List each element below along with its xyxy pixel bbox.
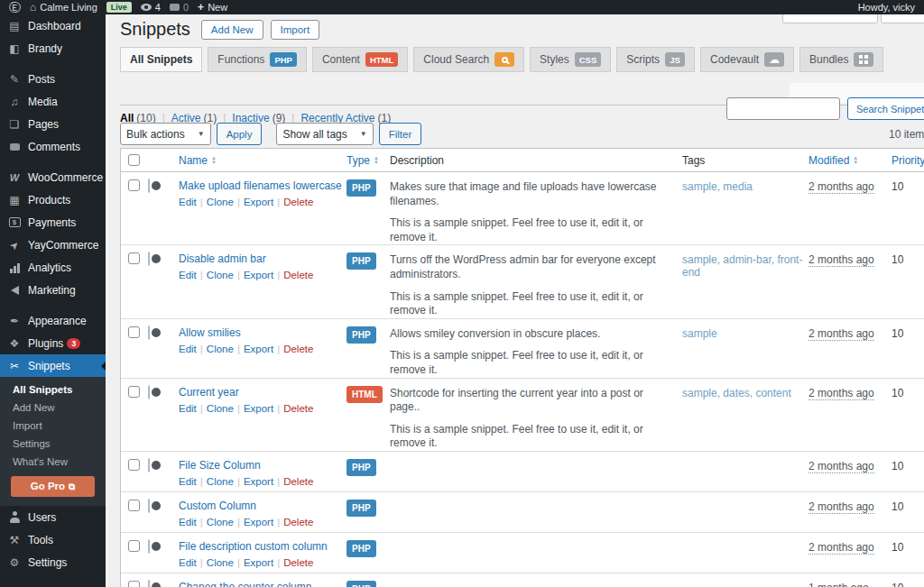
comments-menu[interactable]: 0 <box>170 2 189 13</box>
sidebar-subitem-all-snippets[interactable]: All Snippets <box>0 381 106 399</box>
snippet-tags[interactable]: sample, admin-bar, front-end <box>682 253 802 279</box>
snippet-name-link[interactable]: Make upload filenames lowercase <box>179 179 342 192</box>
snippet-name-link[interactable]: Chaneg the counter column <box>179 581 311 587</box>
tab-functions[interactable]: FunctionsPHP <box>208 47 307 72</box>
snippet-name-link[interactable]: File Size Column <box>179 459 261 472</box>
sidebar-item-posts[interactable]: ✎Posts <box>0 68 106 90</box>
row-action-clone[interactable]: Clone <box>207 517 234 527</box>
row-action-delete[interactable]: Delete <box>283 476 313 487</box>
row-action-edit[interactable]: Edit <box>179 270 197 280</box>
sidebar-item-comments[interactable]: Comments <box>0 135 106 158</box>
sidebar-item-members[interactable]: Members <box>0 582 106 587</box>
sidebar-item-yaycommerce[interactable]: ➤YayCommerce <box>0 234 106 256</box>
sidebar-item-marketing[interactable]: Marketing <box>0 279 106 301</box>
activation-toggle[interactable] <box>148 458 150 472</box>
row-action-export[interactable]: Export <box>244 344 273 354</box>
tab-bundles[interactable]: Bundles <box>799 47 883 72</box>
snippet-name-link[interactable]: Custom Column <box>179 500 256 512</box>
row-action-export[interactable]: Export <box>244 557 273 568</box>
snippet-tags[interactable]: sample <box>682 327 717 340</box>
activation-toggle[interactable] <box>148 580 150 587</box>
row-action-export[interactable]: Export <box>244 270 273 280</box>
updates-menu[interactable]: 4 <box>141 2 161 13</box>
row-checkbox[interactable] <box>128 326 140 338</box>
search-snippets-button[interactable]: Search Snippets <box>847 97 924 120</box>
row-checkbox[interactable] <box>128 179 140 191</box>
sidebar-item-tools[interactable]: ⚒Tools <box>0 528 106 551</box>
snippet-name-link[interactable]: Disable admin bar <box>179 252 266 265</box>
bulk-actions-select[interactable]: Bulk actions ▼ <box>120 123 211 145</box>
apply-button[interactable]: Apply <box>217 123 263 145</box>
sidebar-item-settings[interactable]: ⚙Settings <box>0 551 106 573</box>
sidebar-item-media[interactable]: ♫Media <box>0 90 106 113</box>
add-new-button[interactable]: Add New <box>201 20 263 40</box>
row-action-export[interactable]: Export <box>244 197 273 207</box>
row-action-delete[interactable]: Delete <box>283 270 313 280</box>
activation-toggle[interactable] <box>148 539 150 554</box>
row-checkbox[interactable] <box>128 500 140 511</box>
sidebar-item-analytics[interactable]: Analytics <box>0 256 106 279</box>
column-header-label[interactable]: Type▲▼ <box>346 154 379 167</box>
activation-toggle[interactable] <box>148 385 150 399</box>
sidebar-item-dashboard[interactable]: ▤Dashboard <box>0 14 106 37</box>
column-header-label[interactable]: Name▲▼ <box>179 154 217 167</box>
row-action-export[interactable]: Export <box>244 517 273 527</box>
snippet-tags[interactable]: sample, media <box>682 180 753 193</box>
sidebar-subitem-what-s-new[interactable]: What's New <box>0 453 106 471</box>
column-header-label[interactable]: Modified▲▼ <box>808 154 858 167</box>
activation-toggle[interactable] <box>148 252 150 266</box>
row-action-delete[interactable]: Delete <box>283 403 313 414</box>
row-action-clone[interactable]: Clone <box>207 197 234 207</box>
row-action-edit[interactable]: Edit <box>179 476 197 487</box>
row-checkbox[interactable] <box>128 581 140 587</box>
row-action-edit[interactable]: Edit <box>179 403 197 414</box>
sidebar-item-products[interactable]: ▦Products <box>0 188 106 211</box>
row-checkbox[interactable] <box>128 540 140 552</box>
row-action-delete[interactable]: Delete <box>283 517 313 527</box>
row-action-clone[interactable]: Clone <box>207 403 234 414</box>
sidebar-item-pages[interactable]: ❏Pages <box>0 113 106 135</box>
search-input[interactable] <box>726 97 840 120</box>
sidebar-subitem-add-new[interactable]: Add New <box>0 399 106 417</box>
filter-button[interactable]: Filter <box>379 123 422 145</box>
sidebar-item-snippets[interactable]: ✂Snippets <box>0 354 106 377</box>
tab-content[interactable]: ContentHTML <box>312 47 408 72</box>
import-button[interactable]: Import <box>271 20 320 40</box>
tags-filter-select[interactable]: Show all tags ▼ <box>276 123 373 145</box>
go-pro-button[interactable]: Go Pro⧉ <box>11 476 95 497</box>
row-action-delete[interactable]: Delete <box>283 344 313 354</box>
sidebar-subitem-import[interactable]: Import <box>0 417 106 435</box>
row-checkbox[interactable] <box>128 386 140 398</box>
row-action-edit[interactable]: Edit <box>179 557 197 568</box>
tab-codevault[interactable]: Codevault☁ <box>700 47 794 72</box>
sidebar-item-users[interactable]: Users <box>0 506 106 528</box>
activation-toggle[interactable] <box>148 499 150 513</box>
snippet-name-link[interactable]: File description custom column <box>179 540 328 553</box>
screen-options-tab[interactable] <box>782 14 878 23</box>
tab-all-snippets[interactable]: All Snippets <box>120 47 202 72</box>
tab-styles[interactable]: StylesCSS <box>530 47 611 72</box>
row-action-clone[interactable]: Clone <box>207 344 234 354</box>
row-action-delete[interactable]: Delete <box>283 197 313 207</box>
sidebar-item-payments[interactable]: $Payments <box>0 211 106 234</box>
row-action-delete[interactable]: Delete <box>283 557 313 568</box>
row-action-edit[interactable]: Edit <box>179 517 197 527</box>
column-header-label[interactable]: Priority▲▼ <box>892 154 924 167</box>
sidebar-item-woocommerce[interactable]: WWooCommerce <box>0 166 106 188</box>
help-tab[interactable] <box>881 14 924 23</box>
row-action-clone[interactable]: Clone <box>207 476 234 487</box>
wordpress-logo-icon[interactable]: Ⓔ <box>9 2 21 14</box>
row-checkbox[interactable] <box>128 252 140 264</box>
row-action-edit[interactable]: Edit <box>179 197 197 207</box>
sidebar-subitem-settings[interactable]: Settings <box>0 435 106 453</box>
row-action-export[interactable]: Export <box>244 403 273 414</box>
row-action-clone[interactable]: Clone <box>207 557 234 568</box>
site-name-link[interactable]: ⌂ Calme Living <box>30 1 97 14</box>
snippet-tags[interactable]: sample, dates, content <box>682 387 791 399</box>
howdy-account-menu[interactable]: Howdy, vicky <box>858 2 915 13</box>
new-content-menu[interactable]: + New <box>198 1 227 14</box>
row-action-export[interactable]: Export <box>244 476 273 487</box>
tab-cloud-search[interactable]: Cloud Search <box>413 47 524 72</box>
snippet-name-link[interactable]: Current year <box>179 386 239 399</box>
snippet-name-link[interactable]: Allow smilies <box>179 326 241 339</box>
